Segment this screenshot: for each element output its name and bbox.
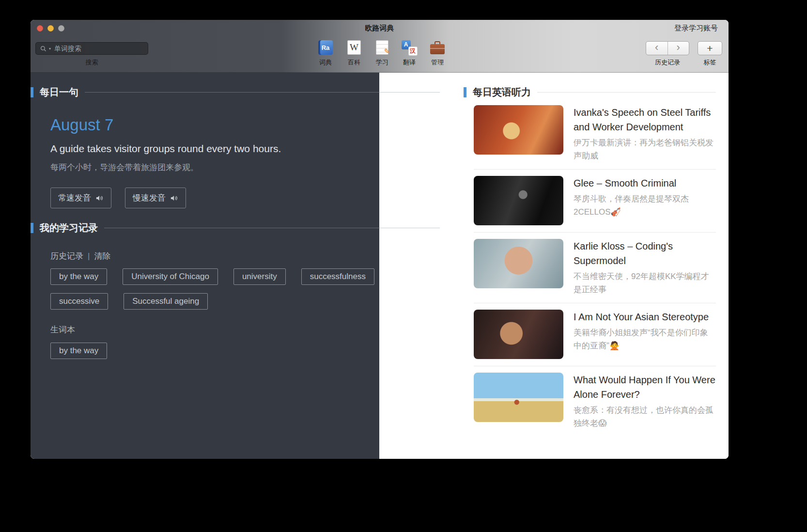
search-icon bbox=[40, 46, 47, 52]
minimize-button[interactable] bbox=[47, 25, 54, 31]
history-nav-label: 历史记录 bbox=[646, 58, 689, 67]
thumbnail-glee bbox=[474, 176, 563, 225]
tag-label: 标签 bbox=[698, 58, 722, 67]
history-chip[interactable]: by the way bbox=[50, 268, 107, 285]
login-account-link[interactable]: 登录学习账号 bbox=[674, 24, 718, 33]
section-title: 我的学习记录 bbox=[40, 221, 98, 235]
daily-sentence-english: A guide takes visitor groups round every… bbox=[50, 143, 440, 155]
main-content: 每日一句 August 7 A guide takes visitor grou… bbox=[31, 73, 729, 459]
listening-item[interactable]: Karlie Kloss – Coding's Supermodel 不当维密天… bbox=[474, 233, 716, 303]
toolbar-item-study[interactable]: ✎ 学习 bbox=[369, 39, 396, 67]
pronunciation-buttons: 常速发音 慢速发音 bbox=[50, 188, 440, 208]
history-label: 历史记录 bbox=[50, 251, 83, 261]
daily-sentence-chinese: 每两个小时，导游会带着旅游团来参观。 bbox=[50, 162, 440, 173]
forward-button[interactable]: › bbox=[667, 42, 689, 55]
dictionary-icon: Ra bbox=[318, 40, 333, 55]
toolbar: ▾ 搜索 Ra 词典 W 百科 ✎ 学习 A bbox=[31, 36, 729, 73]
item-title: Glee – Smooth Criminal bbox=[574, 176, 716, 190]
normal-speed-button[interactable]: 常速发音 bbox=[50, 188, 111, 208]
translate-icon: A 汉 bbox=[402, 40, 418, 56]
fullscreen-button[interactable] bbox=[58, 25, 64, 31]
history-chip[interactable]: successfulness bbox=[301, 268, 374, 285]
accent-bar bbox=[464, 87, 466, 97]
notepad-icon: ✎ bbox=[376, 40, 388, 55]
item-title: Karlie Kloss – Coding's Supermodel bbox=[574, 239, 716, 268]
daily-sentence-header: 每日一句 bbox=[31, 87, 440, 97]
section-divider bbox=[104, 228, 440, 228]
toolbar-item-label: 翻译 bbox=[395, 58, 424, 67]
study-pane: 每日一句 August 7 A guide takes visitor grou… bbox=[31, 73, 379, 459]
item-subtitle: 伊万卡最新演讲：再为老爸钢铝关税发声助威 bbox=[574, 136, 716, 162]
toolbar-item-manage[interactable]: 管理 bbox=[424, 39, 451, 67]
history-chip[interactable]: university bbox=[233, 268, 286, 285]
toolbar-item-label: 学习 bbox=[368, 58, 397, 67]
item-subtitle: 琴房斗歌，伴奏居然是提琴双杰2CELLOS🎻 bbox=[574, 192, 716, 219]
daily-date: August 7 bbox=[50, 116, 440, 134]
traffic-lights bbox=[37, 20, 64, 36]
label-separator: | bbox=[88, 251, 90, 261]
wordbook-chip-row: by the way bbox=[50, 343, 428, 359]
accent-bar bbox=[31, 223, 33, 233]
toolbar-item-label: 词典 bbox=[311, 58, 340, 67]
search-input[interactable] bbox=[53, 44, 143, 53]
item-subtitle: 丧愈系：有没有想过，也许你真的会孤独终老😱 bbox=[574, 404, 716, 430]
history-row-label: 历史记录|清除 bbox=[50, 250, 440, 262]
thumbnail-alone-forever bbox=[474, 373, 563, 422]
thumbnail-ivanka bbox=[474, 105, 563, 155]
toolbar-item-label: 百科 bbox=[340, 58, 369, 67]
app-window: 欧路词典 登录学习账号 ▾ 搜索 Ra 词典 W bbox=[31, 20, 729, 459]
search-toolbar-item: ▾ 搜索 bbox=[35, 42, 148, 67]
item-subtitle: 不当维密天使，92年超模KK学编程才是正经事 bbox=[574, 270, 716, 296]
slow-speed-button[interactable]: 慢速发音 bbox=[125, 188, 186, 208]
listening-item[interactable]: Ivanka's Speech on Steel Tariffs and Wor… bbox=[474, 105, 716, 170]
toolbar-item-wiki[interactable]: W 百科 bbox=[341, 39, 368, 67]
thumbnail-asian-stereotype bbox=[474, 310, 563, 359]
wiki-icon: W bbox=[347, 40, 361, 55]
listening-item[interactable]: Glee – Smooth Criminal 琴房斗歌，伴奏居然是提琴双杰2CE… bbox=[474, 170, 716, 233]
study-record-header: 我的学习记录 bbox=[31, 222, 440, 233]
close-button[interactable] bbox=[37, 25, 43, 31]
history-chip[interactable]: Successful ageing bbox=[124, 293, 208, 310]
history-chip[interactable]: successive bbox=[50, 293, 108, 310]
toolbar-item-dictionary[interactable]: Ra 词典 bbox=[312, 39, 339, 67]
listening-list: Ivanka's Speech on Steel Tariffs and Wor… bbox=[474, 105, 716, 437]
thumbnail-karlie bbox=[474, 239, 563, 288]
search-label: 搜索 bbox=[35, 58, 148, 67]
window-chrome: 欧路词典 登录学习账号 ▾ 搜索 Ra 词典 W bbox=[31, 20, 729, 73]
listening-item[interactable]: What Would Happen If You Were Alone Fore… bbox=[474, 366, 716, 437]
item-subtitle: 美籍华裔小姐姐发声“我不是你们印象中的亚裔”🙅 bbox=[574, 326, 716, 352]
titlebar: 欧路词典 登录学习账号 bbox=[31, 20, 729, 36]
history-nav-group: ‹ › 历史记录 bbox=[646, 41, 689, 67]
clear-history-link[interactable]: 清除 bbox=[94, 251, 110, 261]
toolbar-item-translate[interactable]: A 汉 翻译 bbox=[396, 39, 423, 67]
briefcase-icon bbox=[430, 44, 445, 54]
accent-bar bbox=[31, 87, 33, 97]
window-title: 欧路词典 bbox=[365, 24, 394, 33]
wordbook-label: 生词本 bbox=[50, 324, 440, 335]
section-divider bbox=[537, 92, 716, 93]
tag-group: + 标签 bbox=[698, 41, 722, 67]
add-tag-button[interactable]: + bbox=[698, 41, 722, 55]
back-button[interactable]: ‹ bbox=[646, 42, 667, 55]
item-title: What Would Happen If You Were Alone Fore… bbox=[574, 373, 716, 402]
history-chip[interactable]: University of Chicago bbox=[123, 268, 218, 285]
toolbar-item-label: 管理 bbox=[423, 58, 452, 67]
section-divider bbox=[85, 92, 440, 93]
item-title: I Am Not Your Asian Stereotype bbox=[574, 310, 716, 324]
listening-header: 每日英语听力 bbox=[464, 87, 716, 97]
history-chip-row: by the way University of Chicago univers… bbox=[50, 268, 428, 310]
search-box[interactable]: ▾ bbox=[35, 42, 148, 55]
speaker-icon bbox=[170, 195, 178, 202]
item-title: Ivanka's Speech on Steel Tariffs and Wor… bbox=[574, 105, 716, 134]
wordbook-chip[interactable]: by the way bbox=[50, 343, 107, 359]
section-title: 每日英语听力 bbox=[473, 86, 531, 99]
speaker-icon bbox=[95, 195, 104, 202]
listening-item[interactable]: I Am Not Your Asian Stereotype 美籍华裔小姐姐发声… bbox=[474, 303, 716, 366]
section-title: 每日一句 bbox=[40, 86, 78, 99]
search-scope-caret-icon: ▾ bbox=[49, 47, 51, 51]
